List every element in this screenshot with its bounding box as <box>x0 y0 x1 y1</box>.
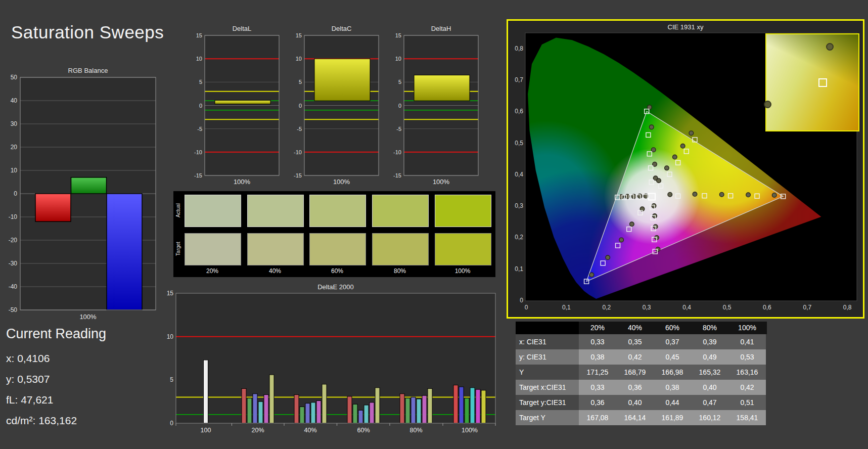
deltae-svg: 05101510020%40%60%80%100% <box>161 289 498 437</box>
table-cell: 0,44 <box>654 395 691 410</box>
inset-circle-marker <box>826 43 834 51</box>
table-cell: 0,40 <box>616 395 654 410</box>
table-row-label: Y <box>516 365 579 380</box>
table-row: Target Y167,08164,14161,89160,12158,41 <box>516 410 767 425</box>
svg-text:10: 10 <box>196 56 202 62</box>
svg-text:0,2: 0,2 <box>515 234 523 241</box>
svg-text:-10: -10 <box>294 149 302 155</box>
deltae-bar <box>459 387 464 423</box>
deltae-bar <box>247 398 252 423</box>
svg-text:0,3: 0,3 <box>643 304 651 311</box>
deltae-bar <box>253 394 257 423</box>
svg-text:0,6: 0,6 <box>763 304 771 311</box>
table-cell: 0,33 <box>579 334 616 349</box>
deltal-xlabel: 100% <box>205 178 279 186</box>
svg-text:20: 20 <box>11 144 18 151</box>
deltae-bar <box>258 401 263 423</box>
rgb-balance-chart: -50-40-30-20-1001020304050 <box>0 73 158 313</box>
rgb-balance-svg: -50-40-30-20-1001020304050 <box>0 73 158 313</box>
svg-text:0: 0 <box>398 103 401 109</box>
svg-text:0: 0 <box>14 190 17 197</box>
measured-point-yellow <box>657 178 661 183</box>
deltae-bar <box>294 394 299 423</box>
swatch-actual-100% <box>435 195 491 227</box>
table-row-label: y: CIE31 <box>516 349 579 365</box>
svg-text:100%: 100% <box>462 427 478 434</box>
svg-text:0,2: 0,2 <box>602 304 611 311</box>
table-cell: 165,32 <box>691 365 728 380</box>
svg-text:60%: 60% <box>357 427 370 434</box>
deltac-chart: -15-10-5051015 <box>286 31 383 182</box>
table-cell: 158,41 <box>728 410 766 425</box>
svg-text:-50: -50 <box>9 306 18 313</box>
deltae-bar <box>316 400 321 423</box>
svg-text:-10: -10 <box>194 149 202 155</box>
swatch-actual-20% <box>185 195 241 227</box>
svg-text:0,4: 0,4 <box>515 171 523 178</box>
deltae-bar <box>375 388 380 423</box>
deltae-bar <box>311 402 315 423</box>
svg-text:10: 10 <box>395 56 401 62</box>
svg-text:0: 0 <box>199 103 202 109</box>
deltaH-svg: -15-10-5051015 <box>386 31 482 179</box>
measured-point-blue <box>630 222 634 227</box>
deltae-bar <box>422 395 427 423</box>
table-cell: 0,47 <box>691 395 728 410</box>
svg-text:0,5: 0,5 <box>723 304 732 311</box>
cie-title: CIE 1931 xy <box>508 23 863 31</box>
deltae-bar <box>264 394 268 423</box>
rgb-balance-xlabel: 100% <box>20 313 156 321</box>
deltae-bar <box>405 398 410 423</box>
table-row-label: x: CIE31 <box>516 334 579 349</box>
measured-point-blue <box>606 255 610 260</box>
svg-text:-15: -15 <box>194 172 202 178</box>
table-cell: 160,12 <box>691 410 728 425</box>
swatch-target-60% <box>309 233 366 265</box>
svg-text:-30: -30 <box>9 260 18 267</box>
table-cell: 0,33 <box>579 380 616 395</box>
table-cell: 0,36 <box>579 395 616 410</box>
measured-point-red <box>719 192 724 197</box>
measured-point-blue <box>619 238 624 242</box>
table-cell: 0,38 <box>654 380 691 395</box>
deltae-bar <box>428 388 432 423</box>
deltae-bar <box>269 375 274 423</box>
table-cell: 0,40 <box>691 380 728 395</box>
swatch-actual-60% <box>309 195 366 227</box>
table-col-header: 20% <box>579 322 616 334</box>
svg-text:15: 15 <box>167 290 174 297</box>
svg-text:0: 0 <box>299 103 302 109</box>
table-cell: 168,79 <box>616 365 654 380</box>
deltae-bar <box>370 402 374 423</box>
table-cell: 0,45 <box>654 349 691 365</box>
swatch-col-label: 80% <box>372 267 428 275</box>
swatch-col-label: 100% <box>435 267 490 275</box>
svg-text:0,7: 0,7 <box>803 304 811 311</box>
deltae-bar <box>465 398 469 423</box>
deltaC-svg: -15-10-5051015 <box>286 31 383 179</box>
svg-text:10: 10 <box>167 333 174 340</box>
svg-text:15: 15 <box>196 32 202 38</box>
table-cell: 0,42 <box>728 380 766 395</box>
deltae-bar <box>417 399 421 423</box>
svg-text:0,7: 0,7 <box>515 76 523 83</box>
deltaL-bar <box>215 100 270 104</box>
deltae-bar <box>300 407 304 423</box>
svg-text:40: 40 <box>11 97 18 104</box>
page-title: Saturation Sweeps <box>11 22 164 42</box>
table-cell: 164,14 <box>616 410 654 425</box>
deltae-bar <box>453 385 458 423</box>
swatch-col-label: 40% <box>247 267 303 275</box>
swatch-col-label: 20% <box>185 267 240 275</box>
svg-text:-20: -20 <box>9 237 18 244</box>
measured-point-magenta <box>653 214 657 218</box>
table-row: y: CIE310,380,420,450,490,53 <box>516 349 767 365</box>
table-cell: 0,51 <box>728 395 766 410</box>
measured-point-magenta <box>652 204 656 208</box>
current-reading-y: y: 0,5307 <box>6 373 50 385</box>
swatch-target-100% <box>435 233 491 265</box>
current-reading-x: x: 0,4106 <box>6 352 50 365</box>
deltae-bar <box>305 403 310 423</box>
svg-text:30: 30 <box>11 120 18 127</box>
inset-circle-marker <box>764 101 771 108</box>
